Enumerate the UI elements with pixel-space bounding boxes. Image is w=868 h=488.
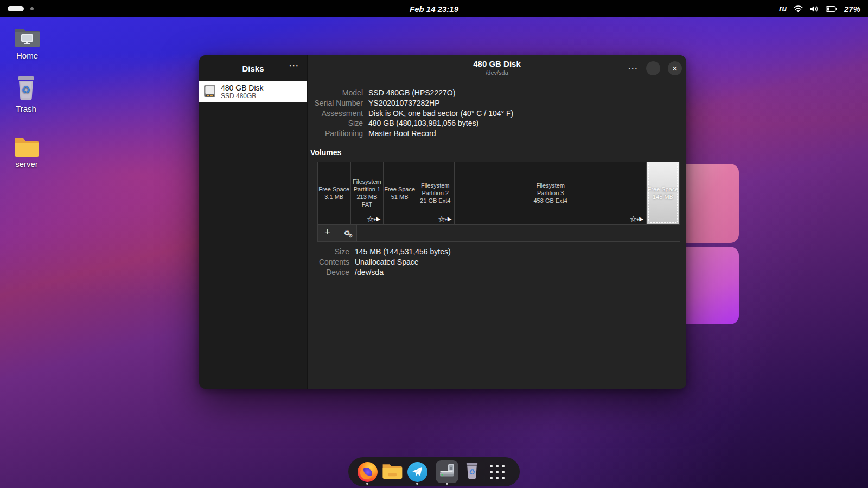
folder-icon xyxy=(14,130,40,157)
volumes-section-title: Volumes xyxy=(310,148,686,157)
drive-icon xyxy=(202,84,217,100)
volume-free-space-2[interactable]: Free Space51 MB xyxy=(384,162,416,224)
disk-info: Model SSD 480GB (HPS2227O) Serial Number… xyxy=(308,88,686,139)
keyboard-layout[interactable]: ru xyxy=(779,4,787,13)
bookmark-icon[interactable]: ☆+ xyxy=(367,215,374,223)
dock-item-disks[interactable] xyxy=(435,457,459,486)
dock-item-app-grid[interactable] xyxy=(484,457,509,486)
system-status-area[interactable]: ru xyxy=(779,0,860,17)
telegram-icon xyxy=(407,462,427,482)
dock-divider xyxy=(432,463,432,481)
desktop-icon-label: Home xyxy=(16,51,38,60)
trash-icon: ♻ xyxy=(464,461,480,482)
dock-item-trash[interactable]: ♻ xyxy=(459,457,484,486)
selection-info: Size 145 MB (144,531,456 bytes) Contents… xyxy=(308,247,686,277)
svg-text:♻: ♻ xyxy=(469,468,475,476)
info-row-partitioning: Partitioning Master Boot Record xyxy=(308,129,686,139)
app-grid-icon xyxy=(490,465,505,479)
volume-partition-2[interactable]: FilesystemPartition 221 GB Ext4 ☆+▶ xyxy=(416,162,455,224)
wallpaper-shape xyxy=(678,164,739,324)
top-bar: Feb 14 23:19 ru xyxy=(0,0,868,17)
desktop-icon-label: Trash xyxy=(16,104,36,113)
volume-partition-1[interactable]: FilesystemPartition 1213 MB FAT ☆+▶ xyxy=(351,162,384,224)
running-indicator xyxy=(446,483,448,485)
sidebar-item-title: 480 GB Disk xyxy=(221,84,264,92)
desktop-icon-trash[interactable]: ♻ Trash xyxy=(5,75,47,113)
desktop-icon-label: server xyxy=(15,159,38,169)
files-icon xyxy=(382,462,403,481)
battery-icon xyxy=(826,6,837,12)
info-row-serial: Serial Number YS202010737282HP xyxy=(308,98,686,108)
gears-icon: ⚙⚙ xyxy=(344,229,350,237)
running-indicator xyxy=(366,483,368,485)
svg-text:♻: ♻ xyxy=(21,84,30,95)
selection-row-contents: Contents Unallocated Space xyxy=(308,257,686,267)
dock-item-files[interactable] xyxy=(380,457,405,486)
info-row-model: Model SSD 480GB (HPS2227O) xyxy=(308,88,686,98)
dock-item-telegram[interactable] xyxy=(405,457,430,486)
sidebar: Disks ⋯ 480 GB Disk SSD 480GB xyxy=(199,55,308,389)
sidebar-menu-button[interactable]: ⋯ xyxy=(289,63,299,68)
bookmark-icon[interactable]: ☆+ xyxy=(630,215,637,223)
firefox-icon xyxy=(358,462,378,482)
close-button[interactable]: × xyxy=(668,61,682,75)
running-indicator xyxy=(416,483,418,485)
main-pane: 480 GB Disk /dev/sda ⋯ – × Model SSD 480… xyxy=(308,55,686,389)
volume-free-space-selected[interactable]: Free Space145 MB xyxy=(647,162,679,224)
selection-row-device: Device /dev/sda xyxy=(308,267,686,278)
minimize-button[interactable]: – xyxy=(646,61,660,75)
desktop: Home ♻ Trash server Disks ⋯ xyxy=(0,0,868,488)
main-header: 480 GB Disk /dev/sda ⋯ – × xyxy=(308,55,686,81)
selection-row-size: Size 145 MB (144,531,456 bytes) xyxy=(308,247,686,257)
disks-window: Disks ⋯ 480 GB Disk SSD 480GB xyxy=(199,55,686,389)
clock[interactable]: Feb 14 23:19 xyxy=(0,0,868,17)
create-partition-button[interactable]: + xyxy=(317,225,337,242)
wifi-icon xyxy=(794,5,803,12)
sidebar-item-subtitle: SSD 480GB xyxy=(221,92,264,100)
volumes-grid: Free Space3.1 MB FilesystemPartition 121… xyxy=(317,162,680,225)
trash-icon: ♻ xyxy=(14,75,38,102)
active-app-highlight xyxy=(436,460,458,483)
desktop-icon-home[interactable]: Home xyxy=(7,22,48,60)
sidebar-header: Disks ⋯ xyxy=(199,55,307,81)
dock-item-firefox[interactable] xyxy=(355,457,380,486)
home-folder-icon xyxy=(14,22,41,49)
volume-free-space-1[interactable]: Free Space3.1 MB xyxy=(318,162,351,224)
sidebar-item-disk[interactable]: 480 GB Disk SSD 480GB xyxy=(199,81,307,102)
info-row-assessment: Assessment Disk is OK, one bad sector (4… xyxy=(308,108,686,119)
mount-icon[interactable]: ▶ xyxy=(448,216,452,222)
info-row-size: Size 480 GB (480,103,981,056 bytes) xyxy=(308,118,686,129)
battery-percent: 27% xyxy=(844,4,860,14)
disks-icon xyxy=(438,463,456,480)
volumes-toolbar: + ⚙⚙ xyxy=(317,225,680,242)
mount-icon[interactable]: ▶ xyxy=(376,216,380,222)
bookmark-icon[interactable]: ☆+ xyxy=(438,215,445,223)
partition-options-button[interactable]: ⚙⚙ xyxy=(337,225,357,242)
dock: ♻ xyxy=(348,457,520,486)
mount-icon[interactable]: ▶ xyxy=(639,216,643,222)
drive-menu-button[interactable]: ⋯ xyxy=(628,66,639,71)
desktop-icon-server[interactable]: server xyxy=(6,130,47,169)
app-title: Disks xyxy=(242,64,264,73)
volume-partition-3[interactable]: FilesystemPartition 3458 GB Ext4 ☆+▶ xyxy=(455,162,647,224)
volume-icon xyxy=(810,5,819,12)
